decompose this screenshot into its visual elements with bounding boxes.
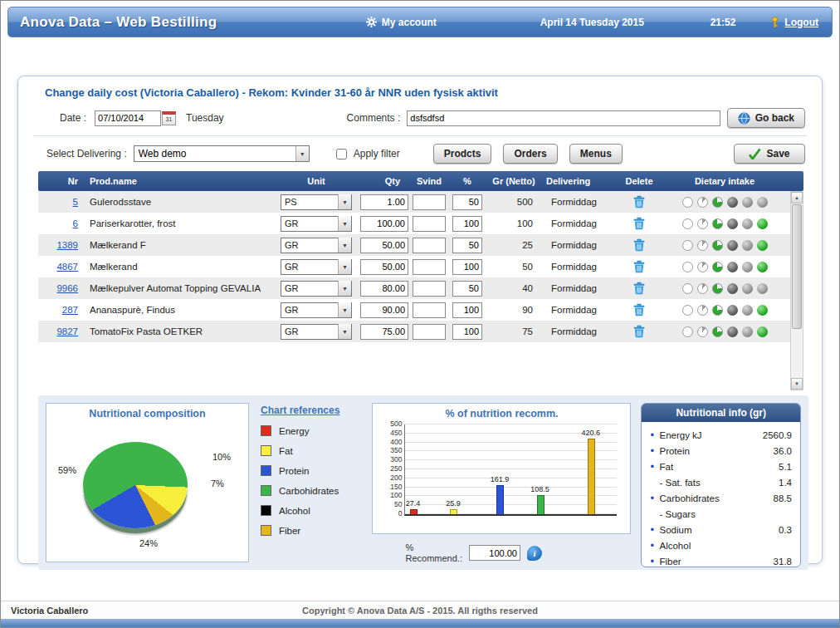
qty-input[interactable] (360, 194, 408, 210)
qty-input[interactable] (360, 324, 408, 340)
unit-select[interactable]: GR ▼ (281, 259, 352, 275)
product-nr-link[interactable]: 5 (73, 197, 78, 207)
save-button[interactable]: Save (734, 144, 805, 164)
comments-label: Comments : (347, 112, 401, 124)
dietary-circle-gray (757, 283, 768, 294)
header-date: April 14 Tuesday 2015 (509, 17, 676, 28)
calendar-icon[interactable]: 31 (162, 111, 176, 125)
products-table: Nr Prod.name Unit Qty Svind % Gr (Netto)… (38, 171, 808, 390)
gr-netto-value: 90 (485, 305, 543, 315)
legend-label: Energy (279, 426, 309, 436)
nutrition-label: - Sugars (659, 509, 792, 519)
info-icon[interactable]: i (527, 546, 542, 561)
product-nr-link[interactable]: 4867 (56, 262, 78, 272)
col-header-dietary-intake: Dietary intake (659, 176, 790, 186)
logout-link[interactable]: Logout (784, 17, 818, 28)
dietary-circle-dark (727, 283, 738, 294)
delivering-select[interactable]: Web demo ▼ (134, 145, 310, 162)
menus-button[interactable]: Menus (569, 144, 623, 164)
product-nr-link[interactable]: 287 (62, 305, 78, 315)
chevron-down-icon: ▼ (338, 238, 351, 253)
y-axis-label: 350 (378, 446, 402, 454)
svind-input[interactable] (413, 216, 446, 232)
unit-select[interactable]: GR ▼ (281, 281, 352, 297)
dietary-intake-indicators (659, 240, 790, 251)
dietary-circle-green34 (712, 197, 723, 208)
scrollbar-thumb[interactable] (792, 204, 802, 329)
chevron-down-icon: ▼ (338, 281, 351, 296)
apply-filter-checkbox[interactable] (336, 149, 347, 159)
products-button[interactable]: Prodcts (433, 144, 492, 164)
unit-selected-value: PS (281, 197, 338, 207)
product-nr-link[interactable]: 6 (73, 218, 78, 228)
dietary-circle-green34 (712, 283, 723, 294)
unit-select[interactable]: GR ▼ (281, 324, 352, 340)
product-nr-link[interactable]: 9966 (56, 283, 78, 293)
my-account-label: My account (382, 17, 437, 28)
delete-button[interactable] (633, 325, 645, 338)
nutritional-info-list: •Energy kJ2560.9•Protein36.0•Fat5.1- Sat… (642, 422, 800, 567)
scroll-up-icon[interactable]: ▲ (791, 192, 803, 204)
chevron-down-icon: ▼ (338, 302, 351, 317)
qty-input[interactable] (360, 302, 408, 318)
delete-button[interactable] (633, 260, 645, 273)
qty-input[interactable] (360, 238, 408, 253)
pie-slice-label: 7% (211, 478, 224, 488)
percent-input[interactable] (452, 281, 482, 297)
orders-button[interactable]: Orders (503, 144, 557, 164)
nutritional-composition-panel: Nutritional composition 59% 10% 7% 24% (46, 403, 249, 562)
qty-input[interactable] (360, 259, 408, 275)
svind-input[interactable] (413, 238, 446, 253)
unit-select[interactable]: GR ▼ (281, 238, 352, 253)
legend-title: Chart references (261, 405, 362, 416)
legend-label: Fiber (279, 526, 300, 536)
gridline (405, 513, 617, 514)
percent-input[interactable] (452, 194, 482, 210)
unit-select[interactable]: PS ▼ (281, 194, 352, 210)
percent-input[interactable] (452, 259, 482, 275)
qty-input[interactable] (360, 216, 408, 232)
delete-button[interactable] (633, 238, 645, 252)
percent-input[interactable] (452, 216, 482, 232)
dietary-circle-sliver (697, 305, 708, 316)
unit-select[interactable]: GR ▼ (281, 216, 352, 232)
trash-icon (633, 220, 645, 233)
svind-input[interactable] (413, 259, 446, 275)
svind-input[interactable] (413, 324, 446, 340)
svind-input[interactable] (413, 302, 446, 318)
scroll-down-icon[interactable]: ▼ (791, 378, 803, 390)
y-axis-label: 100 (378, 491, 402, 499)
percent-input[interactable] (452, 238, 482, 253)
qty-input[interactable] (360, 281, 408, 297)
delete-button[interactable] (633, 282, 645, 295)
divider (33, 135, 807, 136)
vertical-scrollbar[interactable]: ▲ ▼ (790, 191, 803, 390)
my-account-button[interactable]: My account (366, 17, 509, 28)
delete-button[interactable] (633, 303, 645, 316)
bar-value-label: 25.9 (439, 499, 467, 508)
delete-button[interactable] (633, 217, 645, 230)
recommend-row: % Recommend.: i (372, 542, 631, 563)
go-back-button[interactable]: Go back (727, 108, 805, 128)
dietary-circle-gray (742, 197, 753, 208)
unit-select[interactable]: GR ▼ (281, 302, 352, 318)
date-input[interactable] (95, 110, 161, 126)
product-name: Mælkerand (85, 262, 276, 272)
col-header-pct: % (450, 176, 485, 186)
table-row: 6 Pariserkarotter, frost GR ▼ 100 Formid… (38, 213, 790, 234)
date-label: Date : (60, 112, 86, 124)
dietary-circle-sliver (697, 262, 708, 272)
recommend-input[interactable] (469, 545, 520, 561)
dietary-circle-empty (682, 197, 693, 208)
comments-input[interactable] (407, 110, 720, 126)
percent-input[interactable] (452, 302, 482, 318)
table-header-row: Nr Prod.name Unit Qty Svind % Gr (Netto)… (38, 171, 803, 191)
svind-input[interactable] (413, 194, 446, 210)
product-nr-link[interactable]: 1389 (56, 240, 78, 250)
svind-input[interactable] (413, 281, 446, 297)
dietary-circle-dark (727, 240, 738, 251)
product-nr-link[interactable]: 9827 (56, 326, 78, 336)
product-name: TomatoFix Pasta OETKER (85, 326, 276, 337)
delete-button[interactable] (633, 195, 645, 209)
percent-input[interactable] (452, 324, 482, 340)
